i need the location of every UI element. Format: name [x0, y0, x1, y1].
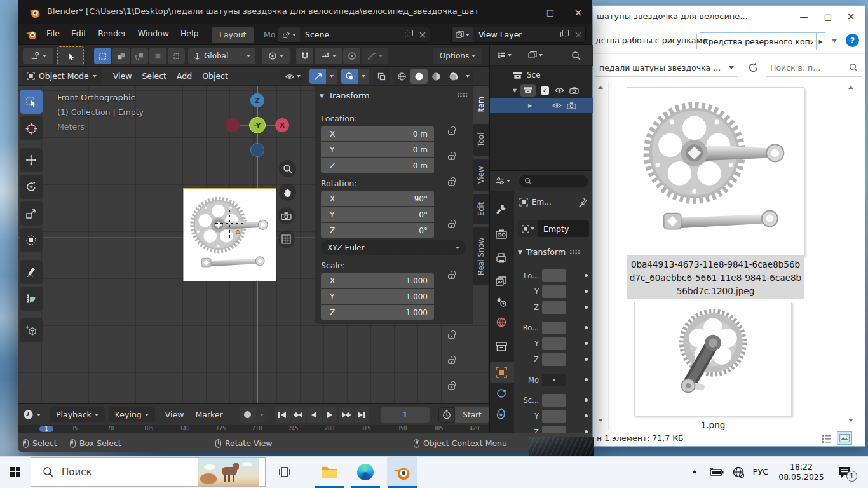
previous-keyframe-button[interactable] — [291, 407, 306, 423]
zoom-button[interactable] — [279, 160, 296, 177]
play-button[interactable] — [323, 407, 337, 423]
rotation-y-field[interactable]: Y0° — [321, 207, 434, 222]
blender-minimize-button[interactable]: — — [508, 0, 536, 24]
explorer-close-button[interactable]: × — [839, 7, 862, 26]
animate-dot[interactable] — [585, 342, 588, 345]
lock-location-x-icon[interactable] — [448, 130, 455, 135]
scene-new-button[interactable] — [399, 32, 416, 37]
gizmo-neg-z-ball[interactable] — [250, 143, 264, 157]
viewport-menu-view[interactable]: View — [108, 69, 137, 83]
select-mode-invert[interactable] — [149, 48, 166, 64]
tool-transform[interactable] — [20, 228, 43, 252]
tool-move[interactable] — [20, 148, 43, 172]
location-z-field[interactable]: Z0 m — [321, 158, 434, 173]
prop-location-x[interactable] — [542, 269, 566, 282]
playhead-marker[interactable]: 1 — [39, 426, 53, 432]
shading-dropdown[interactable] — [462, 69, 473, 84]
sidebar-tab-edit[interactable]: Edit — [473, 194, 489, 224]
tab-constraints-icon[interactable] — [495, 387, 508, 402]
active-tool-button[interactable] — [57, 46, 84, 65]
menu-file[interactable]: File — [41, 26, 65, 41]
empty-eye-icon[interactable] — [552, 102, 562, 109]
gizmo-dropdown[interactable] — [326, 69, 337, 84]
blender-close-button[interactable]: × — [564, 0, 592, 24]
navigation-gizmo[interactable]: Z X -Y — [226, 93, 289, 157]
timeline-ruler[interactable]: 1 35 70 105 140 175 210 245 280 315 350 … — [18, 425, 489, 433]
taskbar-blender-button[interactable] — [387, 457, 417, 487]
animate-dot[interactable] — [585, 378, 588, 381]
taskbar-search-input[interactable]: Поиск — [31, 458, 266, 487]
tool-fallback-dropdown[interactable] — [23, 48, 53, 64]
tab-view-layer-icon[interactable] — [495, 275, 508, 290]
overlays-dropdown[interactable] — [358, 69, 369, 84]
properties-search-input[interactable] — [519, 175, 588, 187]
left-scroll-down-icon[interactable] — [598, 419, 603, 422]
proportional-falloff-dropdown[interactable] — [362, 48, 388, 64]
timeline-menu-keying[interactable]: Keying — [109, 407, 155, 422]
outliner-search-icon[interactable] — [571, 51, 581, 60]
lock-rotation-x-icon[interactable] — [448, 223, 455, 228]
location-y-field[interactable]: Y0 m — [321, 142, 434, 157]
sidebar-tab-real-snow[interactable]: Real Snow — [473, 227, 489, 285]
shading-solid[interactable] — [410, 69, 428, 84]
menu-help[interactable]: Help — [175, 26, 205, 41]
timeline-editor-dropdown[interactable] — [23, 409, 41, 420]
object-name-field[interactable]: Empty — [538, 220, 589, 237]
explorer-search-input[interactable]: Поиск в: п... — [766, 58, 862, 77]
left-scroll-up-icon[interactable] — [598, 86, 603, 89]
clock[interactable]: 18:22 08.05.2025 — [774, 457, 829, 487]
prop-rotation-mode-dropdown[interactable] — [542, 374, 566, 386]
rotation-x-field[interactable]: X90° — [321, 191, 434, 206]
tool-cursor[interactable] — [20, 116, 43, 140]
select-mode-intersect[interactable] — [168, 48, 185, 64]
language-indicator[interactable]: РУС — [749, 457, 773, 487]
gizmo-neg-x-ball[interactable] — [226, 118, 240, 132]
lock-scale-z-icon[interactable] — [448, 384, 455, 390]
camera-view-button[interactable] — [278, 207, 295, 224]
auto-key-button[interactable] — [240, 407, 256, 423]
scene-unlink-button[interactable]: × — [416, 29, 430, 41]
workspace-tab-layout[interactable]: Layout — [212, 27, 254, 43]
empty-camera-icon[interactable] — [567, 102, 576, 109]
lock-scale-y-icon[interactable] — [448, 359, 455, 364]
empty-expand-icon[interactable]: ▶ — [528, 103, 532, 109]
tool-measure[interactable] — [20, 287, 43, 311]
animate-dot[interactable] — [585, 274, 588, 277]
properties-transform-header[interactable]: ▼ Transform — [518, 247, 580, 257]
timeline-menu-playback[interactable]: Playback — [50, 407, 105, 422]
view-layer-remove-button[interactable]: × — [571, 29, 585, 41]
outliner-display-dropdown[interactable] — [496, 51, 512, 60]
tool-add-cube[interactable] — [20, 318, 43, 342]
collection-camera-icon[interactable] — [569, 86, 579, 94]
stopwatch-button[interactable] — [438, 407, 455, 423]
outliner-row-empty-selected[interactable]: ▶ — [490, 98, 593, 113]
transform-panel-header[interactable]: ▼ Transform — [320, 91, 370, 100]
collection-checkbox[interactable]: ✓ — [541, 86, 549, 95]
tool-annotate[interactable] — [20, 260, 43, 284]
prop-rotation-y[interactable] — [542, 337, 566, 350]
lock-location-y-icon[interactable] — [448, 155, 455, 160]
taskbar-explorer-button[interactable] — [314, 457, 344, 487]
blender-maximize-button[interactable]: □ — [536, 0, 564, 24]
file-thumbnail-jpeg[interactable] — [627, 87, 804, 256]
tab-scene-icon[interactable] — [495, 295, 508, 311]
tab-world-icon[interactable] — [495, 316, 508, 331]
scene-selector[interactable]: Scene × — [278, 27, 430, 43]
animate-dot[interactable] — [585, 358, 588, 361]
shading-wireframe[interactable] — [393, 69, 410, 84]
prop-location-y[interactable] — [542, 285, 566, 298]
prop-scale-x[interactable] — [542, 394, 566, 407]
viewport-menu-object[interactable]: Object — [197, 69, 233, 83]
lock-location-z-icon[interactable] — [448, 180, 455, 186]
properties-editor-dropdown[interactable] — [495, 177, 510, 185]
explorer-minimize-button[interactable]: — — [792, 7, 815, 26]
tab-collection-icon[interactable] — [495, 341, 508, 355]
transform-orientation-dropdown[interactable]: Global — [188, 48, 255, 64]
viewport-menu-select[interactable]: Select — [137, 69, 172, 83]
snap-toggle[interactable] — [296, 48, 313, 64]
menu-render[interactable]: Render — [92, 26, 132, 41]
tab-object-active[interactable] — [490, 362, 514, 383]
scene-browse-button[interactable] — [278, 27, 300, 42]
shading-material[interactable] — [428, 69, 445, 84]
view-layer-new-button[interactable] — [555, 32, 571, 37]
